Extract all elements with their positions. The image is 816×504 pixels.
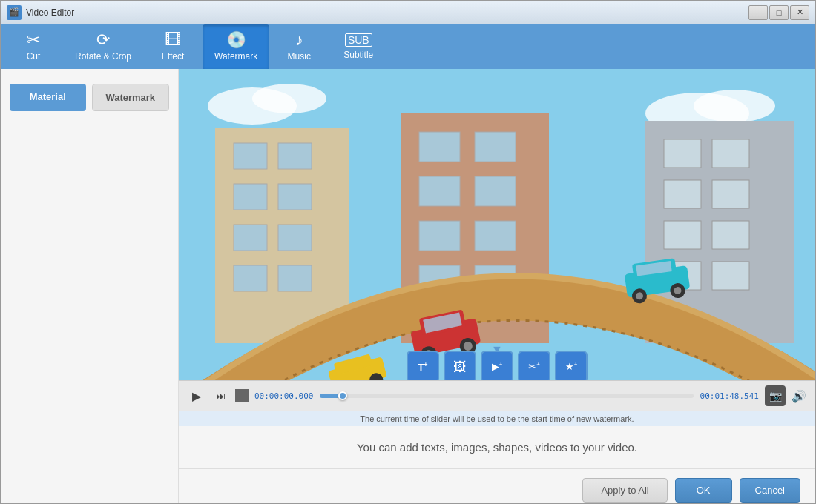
svg-rect-6 — [234, 143, 267, 169]
tab-music-label: Music — [288, 51, 311, 62]
add-text-icon: T+ — [418, 361, 427, 373]
ok-button[interactable]: OK — [675, 478, 732, 503]
tab-watermark-label: Watermark — [214, 51, 257, 62]
tab-subtitle[interactable]: SUB Subtitle — [329, 24, 388, 69]
svg-rect-7 — [278, 143, 312, 169]
tab-effect-label: Effect — [162, 51, 184, 62]
watermark-toolbar: T+ 🖼 ▶+ ✂+ ★+ — [407, 351, 588, 380]
timeline-thumb — [338, 391, 347, 400]
maximize-button[interactable]: □ — [769, 5, 789, 20]
svg-rect-19 — [419, 221, 460, 251]
svg-rect-9 — [278, 184, 312, 210]
tab-cut[interactable]: ✂ Cut — [4, 24, 63, 69]
add-shape-icon: ✂+ — [528, 361, 540, 372]
volume-button[interactable]: 🔊 — [792, 389, 806, 403]
add-image-button[interactable]: 🖼 — [444, 351, 476, 380]
svg-point-4 — [694, 90, 775, 122]
tab-cut-label: Cut — [27, 51, 41, 62]
info-text: The current time of slider will be used … — [360, 414, 634, 423]
effect-icon: 🎞 — [165, 32, 181, 48]
music-icon: ♪ — [295, 32, 303, 48]
svg-rect-8 — [234, 184, 267, 210]
time-start: 00:00:00.000 — [254, 391, 314, 401]
app-icon: 🎬 — [7, 5, 22, 20]
footer: Apply to All OK Cancel — [179, 468, 815, 503]
right-panel: ▼ T+ 🖼 ▶+ ✂+ — [179, 69, 815, 503]
sidebar-tab-watermark[interactable]: Watermark — [92, 84, 170, 111]
title-bar: 🎬 Video Editor − □ ✕ — [1, 1, 815, 24]
video-frame: ▼ T+ 🖼 ▶+ ✂+ — [179, 69, 815, 380]
sidebar-tabs: Material Watermark — [10, 84, 169, 111]
stop-button[interactable] — [235, 389, 249, 402]
svg-rect-10 — [234, 225, 267, 251]
close-button[interactable]: ✕ — [790, 5, 809, 20]
sidebar-tab-material[interactable]: Material — [10, 84, 86, 111]
main-window: 🎬 Video Editor − □ ✕ ✂ Cut ⟳ Rotate & Cr… — [0, 0, 816, 504]
tab-bar: ✂ Cut ⟳ Rotate & Crop 🎞 Effect 💿 Waterma… — [1, 24, 815, 69]
svg-point-2 — [252, 84, 326, 113]
subtitle-icon: SUB — [345, 33, 372, 47]
svg-rect-29 — [712, 221, 749, 249]
cancel-button[interactable]: Cancel — [740, 478, 800, 503]
svg-rect-26 — [664, 180, 701, 208]
tab-rotate-crop[interactable]: ⟳ Rotate & Crop — [63, 24, 143, 69]
svg-rect-11 — [278, 225, 312, 251]
svg-rect-12 — [234, 265, 267, 291]
add-other-icon: ★+ — [565, 361, 578, 372]
watermark-icon: 💿 — [226, 32, 246, 48]
tab-rotate-label: Rotate & Crop — [75, 51, 131, 62]
add-image-icon: 🖼 — [453, 359, 467, 375]
cut-icon: ✂ — [27, 32, 40, 48]
controls-bar: ▶ ⏭ 00:00:00.000 00:01:48.541 📷 🔊 — [179, 380, 815, 411]
apply-to-all-button[interactable]: Apply to All — [582, 478, 667, 503]
svg-rect-16 — [475, 132, 516, 162]
svg-rect-13 — [278, 265, 312, 291]
timeline[interactable] — [320, 391, 694, 400]
tab-effect[interactable]: 🎞 Effect — [143, 24, 203, 69]
info-bar: The current time of slider will be used … — [179, 411, 815, 426]
rotate-icon: ⟳ — [96, 32, 110, 48]
svg-rect-28 — [664, 221, 701, 249]
tab-subtitle-label: Subtitle — [343, 50, 373, 60]
svg-rect-24 — [664, 139, 701, 168]
svg-rect-27 — [712, 180, 749, 208]
sidebar: Material Watermark — [1, 69, 179, 503]
main-content: Material Watermark — [1, 69, 815, 503]
play-button[interactable]: ▶ — [188, 387, 205, 405]
add-video-icon: ▶+ — [492, 361, 503, 372]
timeline-track — [320, 394, 694, 398]
add-other-button[interactable]: ★+ — [555, 351, 588, 380]
tab-music[interactable]: ♪ Music — [269, 24, 329, 69]
step-forward-button[interactable]: ⏭ — [211, 387, 229, 405]
video-content — [179, 69, 815, 380]
add-text-button[interactable]: T+ — [407, 351, 439, 380]
window-title: Video Editor — [26, 7, 748, 18]
time-end: 00:01:48.541 — [700, 391, 759, 401]
svg-rect-31 — [712, 262, 749, 290]
screenshot-button[interactable]: 📷 — [765, 385, 786, 406]
add-shape-button[interactable]: ✂+ — [518, 351, 550, 380]
bottom-panel: You can add texts, images, shapes, video… — [179, 426, 815, 468]
minimize-button[interactable]: − — [748, 5, 768, 20]
window-controls: − □ ✕ — [748, 5, 809, 20]
svg-rect-25 — [712, 139, 749, 168]
video-area: ▼ T+ 🖼 ▶+ ✂+ — [179, 69, 815, 426]
add-video-button[interactable]: ▶+ — [481, 351, 513, 380]
tab-watermark[interactable]: 💿 Watermark — [203, 24, 269, 69]
svg-rect-20 — [475, 221, 516, 251]
bottom-message: You can add texts, images, shapes, video… — [357, 441, 637, 454]
svg-rect-18 — [475, 176, 516, 206]
svg-rect-15 — [419, 132, 460, 162]
svg-rect-17 — [419, 176, 460, 206]
